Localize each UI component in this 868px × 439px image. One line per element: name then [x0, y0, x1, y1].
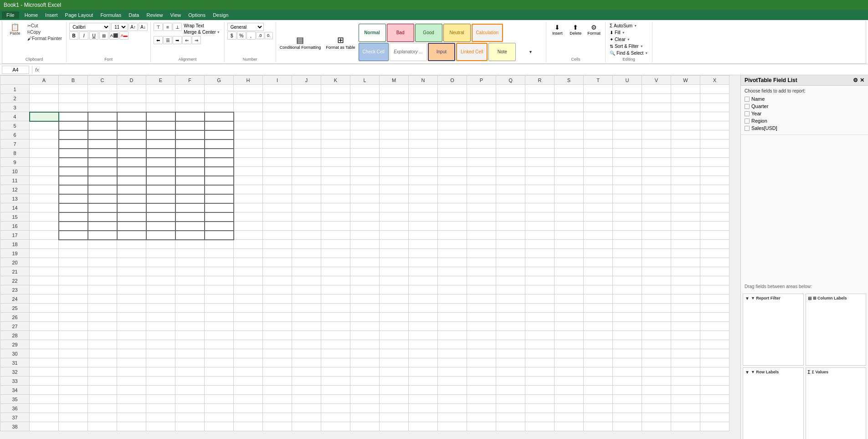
col-header-G[interactable]: G	[205, 76, 234, 85]
cell-V31[interactable]	[642, 358, 671, 367]
cell-X35[interactable]	[700, 395, 729, 404]
find-dropdown-icon[interactable]: ▼	[645, 52, 648, 55]
cell-P19[interactable]	[467, 249, 496, 258]
pivot-settings-icon[interactable]: ⚙	[853, 77, 858, 83]
cell-O12[interactable]	[438, 185, 467, 194]
cell-G28[interactable]	[205, 331, 234, 340]
cell-P38[interactable]	[467, 422, 496, 431]
cell-J25[interactable]	[292, 304, 321, 313]
cell-W13[interactable]	[671, 194, 700, 203]
cell-U26[interactable]	[613, 313, 642, 322]
cell-D35[interactable]	[117, 395, 146, 404]
cell-U29[interactable]	[613, 340, 642, 349]
cell-W16[interactable]	[671, 222, 700, 231]
cell-W6[interactable]	[671, 130, 700, 139]
cell-B18[interactable]	[59, 240, 88, 249]
cell-T7[interactable]	[584, 139, 613, 149]
cell-L24[interactable]	[350, 294, 380, 304]
cell-D12[interactable]	[117, 185, 146, 194]
cell-D37[interactable]	[117, 413, 146, 422]
cell-C28[interactable]	[88, 331, 117, 340]
increase-font-button[interactable]: A↑	[128, 23, 138, 31]
cell-L23[interactable]	[350, 285, 380, 294]
cell-B15[interactable]	[59, 212, 88, 222]
cell-F37[interactable]	[175, 413, 205, 422]
cell-W20[interactable]	[671, 258, 700, 267]
pivot-middle-area[interactable]	[741, 135, 868, 281]
cell-P34[interactable]	[467, 386, 496, 395]
cell-T14[interactable]	[584, 203, 613, 212]
cell-G1[interactable]	[205, 85, 234, 94]
cell-O7[interactable]	[438, 139, 467, 149]
cell-J14[interactable]	[292, 203, 321, 212]
align-center-button[interactable]: ☰	[163, 36, 172, 44]
cell-B37[interactable]	[59, 413, 88, 422]
row-header-22[interactable]: 22	[0, 276, 30, 285]
cell-A30[interactable]	[30, 349, 59, 358]
cell-N26[interactable]	[409, 313, 438, 322]
cell-I10[interactable]	[263, 167, 292, 176]
cell-T25[interactable]	[584, 304, 613, 313]
cell-H12[interactable]	[234, 185, 263, 194]
menu-page-layout[interactable]: Page Layout	[62, 11, 97, 19]
cell-N3[interactable]	[409, 103, 438, 112]
cell-H16[interactable]	[234, 222, 263, 231]
cell-X4[interactable]	[700, 112, 729, 121]
cell-K3[interactable]	[321, 103, 350, 112]
merge-center-button[interactable]: Merge & Center ▼	[182, 29, 221, 35]
cell-P26[interactable]	[467, 313, 496, 322]
cell-M1[interactable]	[380, 85, 409, 94]
cell-K16[interactable]	[321, 222, 350, 231]
fill-button[interactable]: ⬇ Fill ▼	[608, 30, 649, 36]
cell-R7[interactable]	[525, 139, 555, 149]
cell-X21[interactable]	[700, 267, 729, 276]
cell-J11[interactable]	[292, 176, 321, 185]
cell-G20[interactable]	[205, 258, 234, 267]
cell-B11[interactable]	[59, 176, 88, 185]
cell-X6[interactable]	[700, 130, 729, 139]
cell-S36[interactable]	[555, 404, 584, 413]
cell-O1[interactable]	[438, 85, 467, 94]
cell-U13[interactable]	[613, 194, 642, 203]
cell-M6[interactable]	[380, 130, 409, 139]
cell-T2[interactable]	[584, 94, 613, 103]
cell-B7[interactable]	[59, 139, 88, 149]
cell-M29[interactable]	[380, 340, 409, 349]
cell-R20[interactable]	[525, 258, 555, 267]
cell-W21[interactable]	[671, 267, 700, 276]
cell-U32[interactable]	[613, 367, 642, 377]
cell-J9[interactable]	[292, 158, 321, 167]
cell-C32[interactable]	[88, 367, 117, 377]
cell-O21[interactable]	[438, 267, 467, 276]
cell-J38[interactable]	[292, 422, 321, 431]
cell-L38[interactable]	[350, 422, 380, 431]
col-header-W[interactable]: W	[671, 76, 700, 85]
cell-I4[interactable]	[263, 112, 292, 121]
row-header-4[interactable]: 4	[0, 112, 30, 121]
bold-button[interactable]: B	[69, 31, 78, 40]
cell-A12[interactable]	[30, 185, 59, 194]
cell-U6[interactable]	[613, 130, 642, 139]
cell-N19[interactable]	[409, 249, 438, 258]
cell-P2[interactable]	[467, 94, 496, 103]
cell-N36[interactable]	[409, 404, 438, 413]
cell-N20[interactable]	[409, 258, 438, 267]
cell-B17[interactable]	[59, 231, 88, 240]
cell-B12[interactable]	[59, 185, 88, 194]
cell-C5[interactable]	[88, 121, 117, 130]
cell-H15[interactable]	[234, 212, 263, 222]
cell-I14[interactable]	[263, 203, 292, 212]
cell-G38[interactable]	[205, 422, 234, 431]
cell-A1[interactable]	[30, 85, 59, 94]
cell-M2[interactable]	[380, 94, 409, 103]
cell-U15[interactable]	[613, 212, 642, 222]
cell-G35[interactable]	[205, 395, 234, 404]
cell-Q9[interactable]	[496, 158, 525, 167]
cell-X38[interactable]	[700, 422, 729, 431]
cell-X18[interactable]	[700, 240, 729, 249]
cell-V38[interactable]	[642, 422, 671, 431]
cell-R28[interactable]	[525, 331, 555, 340]
cell-D5[interactable]	[117, 121, 146, 130]
cell-O18[interactable]	[438, 240, 467, 249]
cell-R10[interactable]	[525, 167, 555, 176]
